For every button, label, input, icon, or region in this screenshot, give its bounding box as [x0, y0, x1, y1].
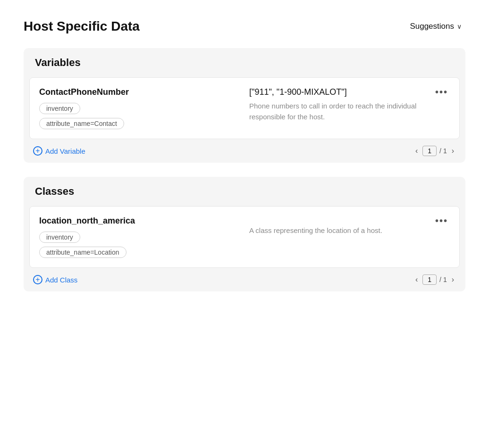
- classes-section: Classes location_north_america inventory…: [24, 177, 465, 291]
- class-tags: inventory attribute_name=Location: [39, 232, 240, 258]
- variable-description: Phone numbers to call in order to reach …: [249, 101, 450, 122]
- variable-value: ["911", "1-900-MIXALOT"]: [249, 87, 347, 97]
- variable-item-left: ContactPhoneNumber inventory attribute_n…: [39, 87, 240, 129]
- variables-current-page: 1: [422, 146, 437, 156]
- class-name: location_north_america: [39, 216, 240, 226]
- variables-section-footer: + Add Variable ‹ 1 / 1 ›: [24, 139, 465, 163]
- variable-item-row: ContactPhoneNumber inventory attribute_n…: [39, 87, 450, 129]
- page-title: Host Specific Data: [24, 19, 140, 34]
- class-description: A class representing the location of a h…: [249, 225, 450, 236]
- variables-pagination: ‹ 1 / 1 ›: [413, 146, 456, 156]
- add-variable-icon: +: [33, 146, 42, 156]
- class-item-row: location_north_america inventory attribu…: [39, 216, 450, 258]
- suggestions-label: Suggestions: [410, 22, 454, 31]
- add-class-icon: +: [33, 275, 42, 284]
- add-variable-button[interactable]: + Add Variable: [33, 146, 85, 156]
- classes-pagination: ‹ 1 / 1 ›: [413, 274, 456, 285]
- variables-section-title: Variables: [24, 48, 465, 77]
- variable-item-right: ["911", "1-900-MIXALOT"] ••• Phone numbe…: [240, 87, 450, 122]
- chevron-down-icon: ∨: [457, 23, 462, 30]
- classes-next-page-button[interactable]: ›: [450, 274, 456, 285]
- classes-section-footer: + Add Class ‹ 1 / 1 ›: [24, 268, 465, 291]
- class-tag-attribute: attribute_name=Location: [39, 247, 126, 258]
- classes-prev-page-button[interactable]: ‹: [413, 274, 420, 285]
- add-class-button[interactable]: + Add Class: [33, 275, 77, 284]
- class-more-button[interactable]: •••: [433, 216, 450, 225]
- variable-tag-attribute: attribute_name=Contact: [39, 118, 124, 129]
- variables-next-page-button[interactable]: ›: [450, 146, 456, 156]
- variables-total-pages: / 1: [439, 147, 447, 155]
- add-variable-label: Add Variable: [45, 147, 85, 155]
- class-item: location_north_america inventory attribu…: [29, 206, 460, 268]
- variable-more-button[interactable]: •••: [433, 87, 450, 97]
- class-tag-inventory: inventory: [39, 232, 80, 243]
- classes-total-pages: / 1: [439, 276, 447, 283]
- add-class-label: Add Class: [45, 276, 77, 284]
- class-item-left: location_north_america inventory attribu…: [39, 216, 240, 258]
- variables-prev-page-button[interactable]: ‹: [413, 146, 420, 156]
- suggestions-button[interactable]: Suggestions ∨: [406, 20, 465, 33]
- variable-tag-inventory: inventory: [39, 103, 80, 114]
- classes-current-page: 1: [422, 274, 437, 285]
- variables-section: Variables ContactPhoneNumber inventory a…: [24, 48, 465, 163]
- page-header: Host Specific Data Suggestions ∨: [24, 19, 465, 34]
- variable-name: ContactPhoneNumber: [39, 87, 240, 97]
- class-item-right: ••• A class representing the location of…: [240, 216, 450, 236]
- classes-section-title: Classes: [24, 177, 465, 206]
- variable-tags: inventory attribute_name=Contact: [39, 103, 240, 129]
- variable-item: ContactPhoneNumber inventory attribute_n…: [29, 77, 460, 139]
